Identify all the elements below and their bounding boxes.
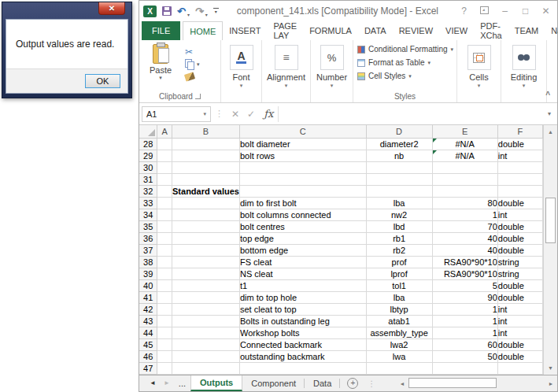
cell-E31[interactable] bbox=[432, 173, 497, 185]
cell-F43[interactable]: int bbox=[497, 315, 542, 327]
cells-group-button[interactable]: Cells ▾ bbox=[457, 40, 501, 102]
cell-C28[interactable]: bolt diameter bbox=[240, 138, 367, 150]
cell-B42[interactable] bbox=[172, 303, 240, 315]
cell-D40[interactable]: tol1 bbox=[366, 279, 432, 291]
cell-D41[interactable]: lba bbox=[366, 291, 432, 303]
ribbon-tab-team[interactable]: TEAM bbox=[508, 21, 545, 40]
cell-B28[interactable] bbox=[172, 138, 240, 150]
cell-B38[interactable] bbox=[172, 256, 240, 268]
cell-C39[interactable]: NS cleat bbox=[240, 268, 367, 279]
formula-input[interactable] bbox=[278, 106, 544, 122]
cell-B34[interactable] bbox=[172, 209, 240, 220]
ok-button[interactable]: OK bbox=[85, 74, 120, 88]
name-box[interactable]: A1 ▾ bbox=[142, 106, 211, 122]
ribbon-tab-formula[interactable]: FORMULA bbox=[303, 21, 358, 40]
cell-D37[interactable]: rb2 bbox=[366, 244, 432, 256]
cell-E42[interactable]: 1 bbox=[432, 303, 497, 315]
cell-A28[interactable] bbox=[157, 138, 172, 150]
cell-B39[interactable] bbox=[172, 268, 240, 279]
copy-icon[interactable]: ▾ bbox=[185, 58, 200, 70]
vertical-scrollbar[interactable]: ▲ ▼ bbox=[543, 125, 557, 375]
cell-E30[interactable] bbox=[432, 161, 497, 173]
cell-F34[interactable]: int bbox=[497, 209, 542, 220]
cell-B30[interactable] bbox=[172, 161, 240, 173]
cell-F37[interactable]: double bbox=[497, 244, 542, 256]
cell-E35[interactable]: 70 bbox=[432, 220, 497, 232]
cell-D36[interactable]: rb1 bbox=[366, 232, 432, 244]
cell-B33[interactable] bbox=[172, 197, 240, 209]
cell-E38[interactable]: RSA90*90*10 bbox=[432, 256, 497, 268]
ribbon-tab-file[interactable]: FILE bbox=[142, 21, 180, 40]
cell-C38[interactable]: FS cleat bbox=[240, 256, 367, 268]
column-header-E[interactable]: E bbox=[432, 125, 497, 138]
cell-B41[interactable] bbox=[172, 291, 240, 303]
add-sheet-button[interactable]: + bbox=[347, 378, 358, 389]
cell-C41[interactable]: dim to top hole bbox=[240, 291, 367, 303]
column-header-A[interactable]: A bbox=[157, 125, 172, 138]
cell-B43[interactable] bbox=[172, 315, 240, 327]
cell-C45[interactable]: Connected backmark bbox=[240, 338, 367, 350]
maximize-icon[interactable]: □ bbox=[518, 6, 533, 16]
format-painter-icon[interactable] bbox=[185, 71, 200, 83]
cell-C43[interactable]: Bolts in outstanding leg bbox=[240, 315, 367, 327]
formula-expand-caret-icon[interactable]: ▾ bbox=[544, 110, 555, 117]
clipboard-dialog-launcher-icon[interactable] bbox=[195, 94, 201, 99]
cell-C31[interactable] bbox=[240, 173, 367, 185]
sheet-ellipsis[interactable]: ... bbox=[179, 379, 186, 388]
cell-D34[interactable]: nw2 bbox=[366, 209, 432, 220]
row-header-28[interactable]: 28 bbox=[139, 138, 157, 150]
cell-E29[interactable]: #N/A bbox=[432, 150, 497, 161]
undo-caret-icon[interactable]: ▾ bbox=[187, 12, 190, 17]
insert-function-icon[interactable]: ƒx bbox=[264, 108, 273, 120]
cell-E45[interactable]: 60 bbox=[432, 338, 497, 350]
cell-E34[interactable]: 1 bbox=[432, 209, 497, 220]
cell-E41[interactable]: 90 bbox=[432, 291, 497, 303]
horizontal-scrollbar[interactable]: ◄ ► bbox=[396, 375, 557, 391]
row-header-47[interactable]: 47 bbox=[139, 362, 157, 374]
sheet-nav-left-icon[interactable]: ◄ bbox=[150, 380, 156, 386]
cell-C36[interactable]: top edge bbox=[240, 232, 367, 244]
cell-D42[interactable]: lbtyp bbox=[366, 303, 432, 315]
cell-F40[interactable]: double bbox=[497, 279, 542, 291]
close-icon[interactable]: ✕ bbox=[538, 6, 553, 16]
cell-C46[interactable]: outstanding backmark bbox=[240, 350, 367, 362]
cell-A34[interactable] bbox=[157, 209, 172, 220]
redo-icon[interactable]: ↷ bbox=[195, 6, 204, 17]
cell-E39[interactable]: RSA90*90*10 bbox=[432, 268, 497, 279]
alignment-group-button[interactable]: ≡ Alignment ▾ bbox=[262, 40, 311, 102]
cell-A39[interactable] bbox=[157, 268, 172, 279]
row-header-45[interactable]: 45 bbox=[139, 338, 157, 350]
cell-B32[interactable]: Standard values bbox=[172, 185, 240, 197]
ribbon-tab-home[interactable]: HOME bbox=[183, 21, 223, 40]
row-header-31[interactable]: 31 bbox=[139, 173, 157, 185]
cell-F36[interactable]: double bbox=[497, 232, 542, 244]
cell-A37[interactable] bbox=[157, 244, 172, 256]
cell-A42[interactable] bbox=[157, 303, 172, 315]
cell-D45[interactable]: lwa2 bbox=[366, 338, 432, 350]
cell-D32[interactable] bbox=[366, 185, 432, 197]
cell-B35[interactable] bbox=[172, 220, 240, 232]
cut-icon[interactable]: ✂ bbox=[185, 46, 200, 57]
cell-A33[interactable] bbox=[157, 197, 172, 209]
cell-D35[interactable]: lbd bbox=[366, 220, 432, 232]
row-header-34[interactable]: 34 bbox=[139, 209, 157, 220]
cell-A46[interactable] bbox=[157, 350, 172, 362]
name-box-caret-icon[interactable]: ▾ bbox=[199, 111, 210, 117]
cell-F44[interactable]: int bbox=[497, 327, 542, 338]
column-header-D[interactable]: D bbox=[366, 125, 432, 138]
cell-C32[interactable] bbox=[240, 185, 367, 197]
undo-icon[interactable]: ↶ bbox=[177, 6, 186, 17]
cell-D28[interactable]: diameter2 bbox=[366, 138, 432, 150]
cell-C30[interactable] bbox=[240, 161, 367, 173]
cell-D33[interactable]: lba bbox=[366, 197, 432, 209]
cell-A44[interactable] bbox=[157, 327, 172, 338]
cell-D46[interactable]: lwa bbox=[366, 350, 432, 362]
cell-E40[interactable]: 5 bbox=[432, 279, 497, 291]
row-header-38[interactable]: 38 bbox=[139, 256, 157, 268]
redo-caret-icon[interactable]: ▾ bbox=[205, 12, 208, 17]
scroll-up-icon[interactable]: ▲ bbox=[544, 125, 557, 139]
excel-logo-icon[interactable]: X bbox=[143, 6, 157, 17]
number-group-button[interactable]: % Number ▾ bbox=[311, 40, 353, 102]
cell-B44[interactable] bbox=[172, 327, 240, 338]
cell-A41[interactable] bbox=[157, 291, 172, 303]
